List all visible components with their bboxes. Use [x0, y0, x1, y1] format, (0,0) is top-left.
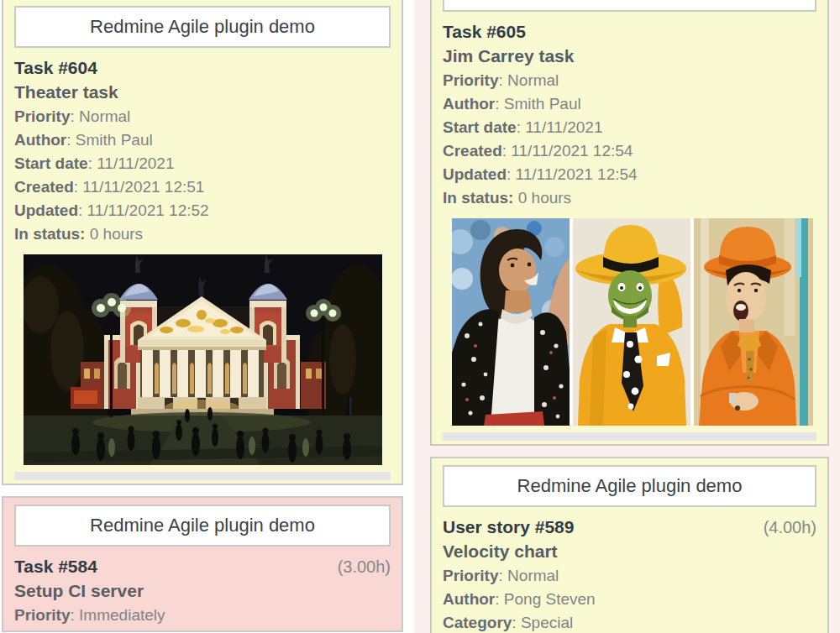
card-bottom-bar [14, 472, 391, 480]
estimated-hours: (3.00h) [338, 555, 391, 578]
project-banner-label: Redmine Agile plugin demo [517, 475, 743, 497]
attr-start-date: Start date: 11/11/2021 [14, 152, 391, 175]
agile-board: Redmine Agile plugin demo Task #604 Thea… [0, 0, 840, 633]
attr-priority: Priority: Normal [14, 105, 391, 128]
attr-priority: Priority: Immediately [14, 604, 391, 627]
project-banner-label: Redmine Agile plugin demo [90, 16, 315, 38]
attr-priority: Priority: Normal [443, 564, 816, 588]
attr-start-date: Start date: 11/11/2021 [443, 116, 816, 139]
attr-author: Author: Smith Paul [443, 92, 816, 116]
issue-card-task-604[interactable]: Redmine Agile plugin demo Task #604 Thea… [2, 0, 403, 485]
issue-card-task-584[interactable]: Redmine Agile plugin demo Task #584 (3.0… [2, 496, 403, 632]
issue-id-link[interactable]: Task #584 [14, 555, 97, 578]
attr-updated: Updated: 11/11/2021 12:52 [14, 199, 391, 222]
issue-subject: Velocity chart [443, 539, 816, 564]
attr-author: Author: Smith Paul [14, 128, 391, 152]
board-column-left: Redmine Agile plugin demo Task #604 Thea… [0, 0, 414, 633]
issue-id-row: User story #589 (4.00h) [443, 515, 816, 539]
attr-priority: Priority: Normal [443, 69, 816, 92]
issue-subject: Setup CI server [14, 578, 391, 604]
attr-in-status: In status: 0 hours [14, 222, 391, 246]
project-banner[interactable]: Redmine Agile plugin demo [14, 6, 391, 48]
issue-subject: Jim Carrey task [443, 44, 816, 69]
attr-author: Author: Pong Steven [443, 588, 816, 611]
project-banner[interactable] [443, 0, 816, 12]
issue-id-link[interactable]: Task #605 [443, 20, 526, 44]
project-banner-label: Redmine Agile plugin demo [90, 515, 315, 536]
attr-category: Category: Special [443, 611, 816, 633]
board-column-right: Task #605 Jim Carrey task Priority: Norm… [414, 0, 840, 633]
attr-created: Created: 11/11/2021 12:51 [14, 175, 391, 199]
issue-id-link[interactable]: User story #589 [443, 515, 574, 539]
attr-in-status: In status: 0 hours [443, 186, 816, 210]
attr-created: Created: 11/11/2021 12:54 [443, 139, 816, 163]
card-bottom-bar [443, 432, 816, 441]
issue-id-row: Task #605 [443, 20, 816, 44]
project-banner[interactable]: Redmine Agile plugin demo [14, 505, 391, 547]
issue-id-link[interactable]: Task #604 [14, 56, 97, 80]
issue-card-task-605[interactable]: Task #605 Jim Carrey task Priority: Norm… [430, 0, 829, 446]
issue-id-row: Task #604 [14, 56, 391, 80]
issue-subject: Theater task [14, 80, 391, 105]
attr-updated: Updated: 11/11/2021 12:54 [443, 163, 816, 186]
theater-photo[interactable] [24, 254, 391, 465]
jim-carrey-photo[interactable] [452, 218, 816, 426]
project-banner[interactable]: Redmine Agile plugin demo [443, 465, 816, 507]
issue-id-row: Task #584 (3.00h) [14, 555, 391, 578]
estimated-hours: (4.00h) [764, 515, 816, 539]
issue-card-story-589[interactable]: Redmine Agile plugin demo User story #58… [430, 457, 829, 633]
